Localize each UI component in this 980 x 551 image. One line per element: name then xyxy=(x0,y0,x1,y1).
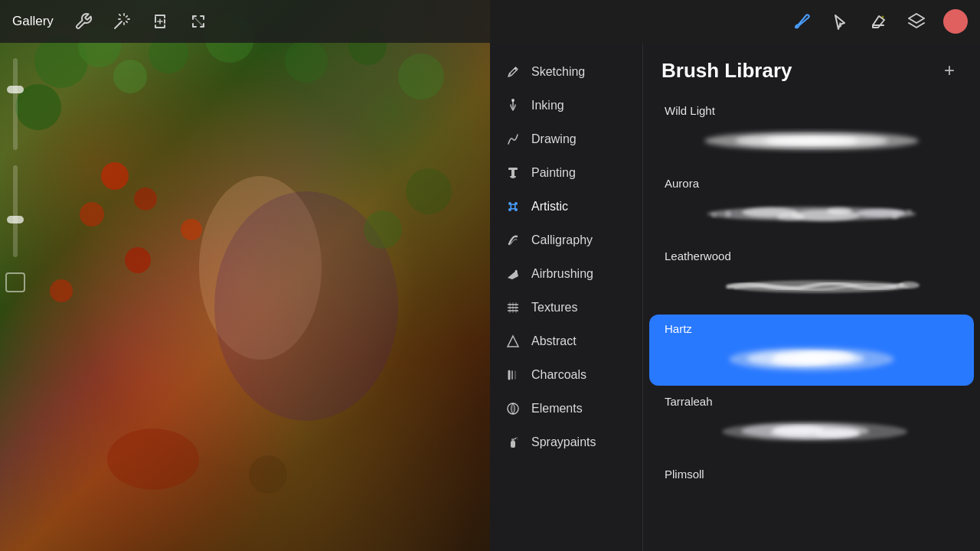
category-label-spraypaints: Spraypaints xyxy=(531,435,596,449)
opacity-slider[interactable] xyxy=(13,58,18,150)
gallery-button[interactable]: Gallery xyxy=(12,14,54,29)
category-label-painting: Painting xyxy=(531,166,576,180)
brush-item-aurora[interactable]: Aurora xyxy=(649,169,974,240)
svg-point-19 xyxy=(364,210,402,249)
category-label-drawing: Drawing xyxy=(531,132,577,146)
elements-icon xyxy=(505,401,521,416)
category-label-artistic: Artistic xyxy=(531,200,568,214)
svg-point-48 xyxy=(517,439,518,439)
svg-point-75 xyxy=(815,430,859,438)
brush-list: Brush Library + Wild Light xyxy=(643,43,980,551)
category-item-sketching[interactable]: Sketching xyxy=(490,55,642,89)
svg-point-26 xyxy=(511,204,515,209)
svg-point-20 xyxy=(406,168,452,214)
svg-point-11 xyxy=(101,162,129,190)
brush-name-aurora: Aurora xyxy=(665,177,959,190)
selection-icon[interactable] xyxy=(149,10,172,33)
category-label-calligraphy: Calligraphy xyxy=(531,233,593,247)
color-secondary[interactable] xyxy=(5,272,25,292)
brush-name-hartz: Hartz xyxy=(665,322,959,335)
svg-point-28 xyxy=(514,202,518,205)
svg-rect-45 xyxy=(511,439,514,441)
category-item-charcoals[interactable]: Charcoals xyxy=(490,358,642,392)
brush-list-header: Brush Library + xyxy=(643,43,980,95)
drawing-icon xyxy=(505,132,521,147)
category-label-charcoals: Charcoals xyxy=(531,368,586,382)
category-item-spraypaints[interactable]: Spraypaints xyxy=(490,425,642,459)
charcoals-icon xyxy=(505,367,521,383)
svg-point-65 xyxy=(899,282,920,289)
textures-icon xyxy=(505,300,521,315)
svg-point-16 xyxy=(50,279,73,302)
svg-point-15 xyxy=(125,247,151,273)
svg-point-10 xyxy=(398,54,444,99)
eraser-tool-icon[interactable] xyxy=(867,10,890,33)
brush-library-title: Brush Library xyxy=(662,59,792,83)
svg-point-52 xyxy=(739,138,762,142)
category-item-textures[interactable]: Textures xyxy=(490,291,642,324)
brush-name-tarraleah: Tarraleah xyxy=(665,395,959,408)
left-sidebar xyxy=(0,43,31,551)
category-item-airbrushing[interactable]: Airbrushing xyxy=(490,257,642,291)
svg-point-1 xyxy=(882,16,884,18)
category-item-elements[interactable]: Elements xyxy=(490,392,642,425)
brush-category-list: Sketching Inking Drawing xyxy=(490,43,643,551)
svg-point-63 xyxy=(827,207,852,214)
brush-preview-tarraleah xyxy=(665,412,959,451)
add-brush-button[interactable]: + xyxy=(937,58,962,83)
brush-item-hartz[interactable]: Hartz xyxy=(649,315,974,386)
brush-preview-wild-light xyxy=(665,122,959,160)
painting-icon xyxy=(505,165,521,181)
svg-point-32 xyxy=(515,270,518,272)
svg-point-30 xyxy=(514,208,518,211)
svg-point-12 xyxy=(134,187,157,210)
svg-point-29 xyxy=(508,208,511,211)
transform-icon[interactable] xyxy=(187,10,210,33)
wrench-icon[interactable] xyxy=(72,10,95,33)
category-label-sketching: Sketching xyxy=(531,65,585,79)
smudge-tool-icon[interactable] xyxy=(828,10,851,33)
svg-rect-25 xyxy=(511,170,514,176)
brush-item-tarraleah[interactable]: Tarraleah xyxy=(649,387,974,458)
abstract-icon xyxy=(505,334,521,349)
svg-marker-39 xyxy=(508,336,518,347)
category-item-abstract[interactable]: Abstract xyxy=(490,324,642,358)
svg-point-23 xyxy=(511,99,514,102)
brush-name-plimsoll: Plimsoll xyxy=(665,468,959,481)
svg-point-46 xyxy=(514,438,516,439)
size-slider[interactable] xyxy=(13,165,18,257)
brush-item-leatherwood[interactable]: Leatherwood xyxy=(649,242,974,313)
magic-wand-icon[interactable] xyxy=(110,10,133,33)
category-label-airbrushing: Airbrushing xyxy=(531,267,593,281)
layers-tool-icon[interactable] xyxy=(905,10,928,33)
brush-library-panel: Sketching Inking Drawing xyxy=(490,43,980,551)
svg-point-27 xyxy=(508,202,511,205)
category-label-abstract: Abstract xyxy=(531,334,577,348)
svg-point-22 xyxy=(249,455,287,494)
brush-tool-icon[interactable] xyxy=(790,10,813,33)
svg-point-53 xyxy=(864,139,882,144)
svg-point-8 xyxy=(285,40,328,83)
brush-preview-aurora xyxy=(665,194,959,233)
brush-name-wild-light: Wild Light xyxy=(665,104,959,117)
category-item-inking[interactable]: Inking xyxy=(490,89,642,122)
sketching-icon xyxy=(505,64,521,80)
category-item-calligraphy[interactable]: Calligraphy xyxy=(490,223,642,257)
category-item-drawing[interactable]: Drawing xyxy=(490,122,642,156)
svg-point-0 xyxy=(796,25,799,28)
brush-item-wild-light[interactable]: Wild Light xyxy=(649,96,974,168)
color-picker[interactable] xyxy=(943,9,968,34)
brush-item-plimsoll[interactable]: Plimsoll xyxy=(649,460,974,493)
svg-point-58 xyxy=(725,211,730,217)
svg-point-60 xyxy=(907,210,911,214)
category-label-elements: Elements xyxy=(531,402,583,416)
svg-rect-24 xyxy=(508,168,518,170)
category-item-artistic[interactable]: Artistic xyxy=(490,190,642,223)
category-item-painting[interactable]: Painting xyxy=(490,156,642,190)
spraypaints-icon xyxy=(505,435,521,450)
svg-point-62 xyxy=(777,214,805,220)
brush-name-leatherwood: Leatherwood xyxy=(665,249,959,262)
airbrushing-icon xyxy=(505,266,521,282)
canvas-area[interactable] xyxy=(0,0,490,551)
category-label-textures: Textures xyxy=(531,301,577,315)
